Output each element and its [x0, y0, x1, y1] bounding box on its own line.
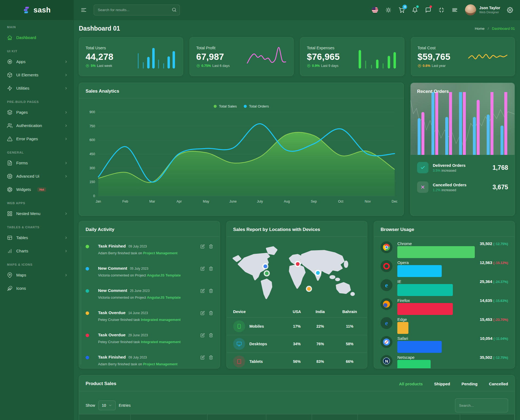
sidebar-item-dashboard[interactable]: Dashboard: [0, 31, 73, 44]
edit-icon[interactable]: [200, 333, 205, 337]
tablet-icon: [233, 356, 245, 367]
edit-icon[interactable]: [200, 244, 205, 249]
sidebar-item-pages[interactable]: Pages: [0, 106, 73, 119]
brand-logo[interactable]: sash: [0, 0, 73, 20]
sidebar-item-maps[interactable]: Maps: [0, 268, 73, 282]
svg-text:150: 150: [89, 180, 95, 184]
page-size-select[interactable]: 10: [98, 401, 116, 410]
sidebar-item-charts[interactable]: Charts: [0, 244, 73, 258]
breadcrumb-current[interactable]: Dashboard 01: [492, 27, 515, 31]
activity-link[interactable]: AngularJS Template: [147, 295, 181, 299]
activity-item: Task Overdue14 June 2023 Petey Cruiser f…: [86, 305, 213, 327]
stat-card-total-cost: Total Cost $59,765 0.6%Last year: [411, 37, 515, 76]
stat-card-total-profit: Total Profit 67,987 0.75%Last 6 days: [190, 37, 294, 76]
tab-pending[interactable]: Pending: [461, 382, 477, 386]
sidebar-section-label: UI KIT: [0, 44, 73, 55]
activity-title: Task Finished09 July 2023: [98, 355, 213, 360]
browser-name: Safari: [397, 336, 408, 341]
sidebar-section-label: TABLES & CHARTS: [0, 220, 73, 231]
fullscreen-icon[interactable]: [438, 7, 444, 13]
legend-item[interactable]: Total Sales: [214, 104, 237, 108]
sidebar-item-utilities[interactable]: Utilities: [0, 82, 73, 95]
breadcrumb-home[interactable]: Home: [475, 27, 485, 31]
sidebar-item-advanced-ui[interactable]: Advanced Ui: [0, 170, 73, 183]
sidebar-item-nested-menu[interactable]: Nested Menu: [0, 207, 73, 220]
stat-label: Total Expenses: [307, 45, 340, 50]
table-column-divider: [207, 414, 266, 420]
trash-icon[interactable]: [209, 333, 213, 337]
edit-icon[interactable]: [200, 311, 205, 315]
legend-label: Total Sales: [219, 104, 237, 108]
tab-cancelled[interactable]: Cancelled: [489, 382, 508, 386]
sidebar-item-apps[interactable]: Apps: [0, 55, 73, 68]
phone-icon: [233, 320, 245, 332]
sales-report-card: Sales Report by Locations with Devices D…: [226, 221, 368, 369]
table-column-divider: [460, 414, 515, 420]
sidebar-item-authentication[interactable]: Authentication: [0, 119, 73, 132]
edit-icon[interactable]: [200, 355, 205, 360]
recent-orders-title: Recent Orders: [417, 89, 449, 94]
cart-icon[interactable]: 4: [399, 7, 405, 13]
browser-change: (↓23.70%): [493, 318, 508, 322]
messages-icon[interactable]: [425, 7, 431, 13]
tab-shipped[interactable]: Shipped: [434, 382, 450, 386]
legend-item[interactable]: Total Orders: [244, 104, 269, 108]
svg-text:750: 750: [89, 124, 95, 128]
product-sales-tabs: All productsShippedPendingCancelled: [399, 382, 508, 386]
sidebar-item-widgets[interactable]: WidgetsHot: [0, 183, 73, 196]
browser-row-netscape: N Netscape 35,502(↑12.75%): [381, 351, 508, 369]
sidebar-section-label: MAIN: [0, 20, 73, 31]
world-map[interactable]: [227, 237, 367, 306]
device-name: Mobiles: [249, 324, 264, 328]
device-name: Desktops: [249, 342, 267, 346]
edit-icon[interactable]: [200, 266, 205, 271]
sidebar-item-error-pages[interactable]: Error Pages: [0, 132, 73, 145]
chevron-right-icon: [64, 212, 68, 216]
browser-value: 15,453: [480, 317, 492, 322]
trash-icon[interactable]: [209, 355, 213, 360]
search-icon[interactable]: [172, 7, 177, 12]
sidebar-item-icons[interactable]: Icons: [0, 282, 73, 295]
activity-link[interactable]: AngularJS Template: [147, 273, 181, 277]
tab-all-products[interactable]: All products: [399, 382, 423, 386]
sidebar-item-tables[interactable]: Tables: [0, 231, 73, 244]
trash-icon[interactable]: [209, 266, 213, 271]
sidebar-section-label: MAPS & ICONS: [0, 258, 73, 268]
theme-toggle-icon[interactable]: [385, 7, 391, 13]
europe-marker: [295, 261, 301, 267]
activity-item: New Comment25 June 2023 Victoria comment…: [86, 283, 213, 305]
breadcrumb-separator: /: [488, 27, 489, 31]
notifications-icon[interactable]: [412, 7, 418, 13]
sidebar-toggle-button[interactable]: [81, 7, 87, 13]
activity-dot: [86, 289, 89, 293]
activity-link[interactable]: Integrated management: [141, 340, 181, 344]
user-menu[interactable]: Json Taylor Web Designer: [465, 4, 500, 15]
arrow-up-circle-icon: [196, 64, 200, 68]
svg-text:Feb: Feb: [122, 200, 128, 203]
chevron-right-icon: [64, 249, 68, 253]
order-summary-row: Cancelled Orders 1.2% increased 3,675: [417, 181, 508, 193]
activity-link[interactable]: Project Management: [143, 251, 177, 255]
flag-icon[interactable]: [372, 7, 378, 13]
canada-marker: [262, 263, 268, 269]
table-search-input[interactable]: [455, 398, 508, 412]
user-name: Json Taylor: [479, 6, 500, 11]
trash-icon[interactable]: [209, 244, 213, 249]
svg-text:Jan: Jan: [96, 200, 101, 203]
browser-row-opera: Opera 12,563(↓15.12%): [381, 257, 508, 276]
activity-link[interactable]: Project Management: [143, 362, 177, 366]
entries-label: Entries: [119, 403, 131, 408]
sidebar-item-ui-elements[interactable]: UI Elements: [0, 68, 73, 82]
search-input[interactable]: [94, 5, 180, 15]
activity-item: Task Finished09 July 2023 Adam Berry fin…: [86, 349, 213, 369]
settings-button[interactable]: [507, 7, 513, 13]
activity-link[interactable]: Integrated management: [141, 318, 181, 322]
trash-icon[interactable]: [209, 289, 213, 293]
edit-icon[interactable]: [200, 289, 205, 293]
sidebar-item-forms[interactable]: Forms: [0, 156, 73, 170]
browser-progress: [397, 284, 508, 296]
sidebar-item-label: Forms: [16, 161, 28, 165]
trash-icon[interactable]: [209, 311, 213, 315]
device-sales-table: DeviceUSAIndiaBahrainMobiles17%22%11%Des…: [227, 306, 367, 369]
activity-panel-icon[interactable]: [452, 7, 458, 13]
